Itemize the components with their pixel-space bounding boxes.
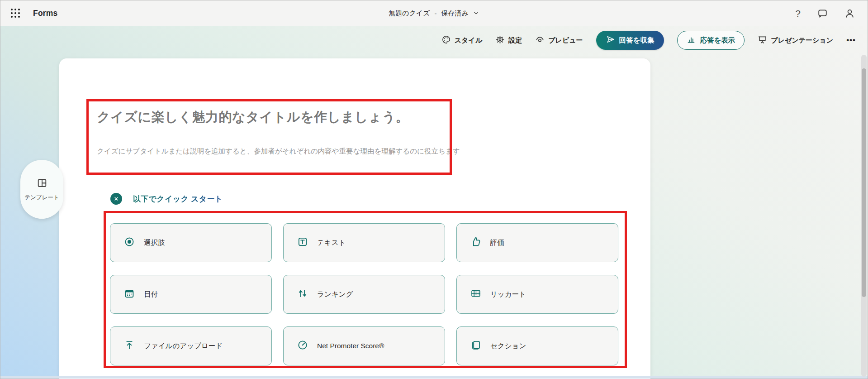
question-type-ranking[interactable]: ランキング	[283, 275, 445, 314]
question-type-text[interactable]: テキスト	[283, 223, 445, 262]
presentation-label: プレゼンテーション	[771, 36, 833, 45]
app-launcher-waffle-icon[interactable]	[10, 8, 21, 19]
ranking-arrows-icon	[297, 288, 308, 301]
template-button[interactable]: テンプレート	[20, 160, 63, 219]
template-label: テンプレート	[24, 194, 59, 201]
app-title: Forms	[33, 0, 57, 26]
question-type-choice[interactable]: 選択肢	[110, 223, 272, 262]
upload-icon	[124, 340, 135, 352]
collect-responses-label: 回答を収集	[619, 36, 655, 45]
quiz-toolbar: スタイル 設定 プレビュー	[441, 26, 856, 55]
save-status: 保存済み	[441, 9, 469, 18]
quiz-description-placeholder[interactable]: クイズにサブタイトルまたは説明を追加すると、参加者がそれぞれの内容や重要な理由を…	[97, 147, 460, 156]
quick-start-heading: 以下でクイック スタート	[133, 194, 223, 204]
more-options-button[interactable]: •••	[846, 36, 856, 45]
presentation-button[interactable]: プレゼンテーション	[758, 35, 833, 46]
projector-screen-icon	[758, 35, 767, 46]
forms-app-window: Forms 無題のクイズ - 保存済み ?	[0, 0, 868, 379]
thumbs-up-icon	[470, 236, 481, 249]
style-label: スタイル	[455, 36, 482, 45]
horizontal-scrollbar-track[interactable]	[0, 376, 868, 379]
section-icon	[470, 340, 481, 352]
question-type-nps[interactable]: Net Promoter Score®	[283, 326, 445, 365]
radio-icon	[124, 236, 135, 249]
vertical-scrollbar-track[interactable]	[861, 55, 867, 377]
question-type-date[interactable]: 日付	[110, 275, 272, 314]
chevron-down-icon	[473, 10, 479, 16]
gear-icon	[495, 35, 505, 46]
title-status-separator: -	[435, 10, 437, 17]
preview-label: プレビュー	[548, 36, 583, 45]
settings-label: 設定	[508, 36, 522, 45]
view-responses-label: 応答を表示	[700, 36, 735, 45]
question-type-section[interactable]: セクション	[456, 326, 618, 365]
topbar-right-actions: ?	[795, 0, 855, 26]
document-title: 無題のクイズ	[389, 9, 430, 18]
question-type-rating[interactable]: 評価	[456, 223, 618, 262]
close-icon[interactable]	[110, 193, 122, 205]
question-type-file-upload[interactable]: ファイルのアップロード	[110, 326, 272, 365]
text-field-icon	[297, 236, 308, 249]
eye-icon	[535, 35, 545, 46]
view-responses-button[interactable]: 応答を表示	[677, 31, 745, 50]
send-icon	[606, 35, 615, 46]
settings-button[interactable]: 設定	[495, 35, 522, 46]
likert-grid-icon	[470, 288, 481, 301]
preview-button[interactable]: プレビュー	[535, 35, 583, 46]
gauge-icon	[297, 340, 308, 352]
calendar-icon	[124, 288, 135, 301]
style-button[interactable]: スタイル	[441, 35, 482, 46]
layout-icon	[36, 177, 48, 191]
top-bar: Forms 無題のクイズ - 保存済み ?	[0, 0, 868, 26]
scrollbar-thumb[interactable]	[862, 68, 866, 297]
chat-bubble-icon[interactable]	[817, 8, 828, 19]
document-title-dropdown[interactable]: 無題のクイズ - 保存済み	[389, 0, 479, 26]
palette-icon	[441, 35, 451, 46]
collect-responses-button[interactable]: 回答を収集	[596, 31, 664, 50]
question-type-likert[interactable]: リッカート	[456, 275, 618, 314]
quick-start-header: 以下でクイック スタート	[110, 193, 223, 205]
question-type-grid: 選択肢 テキスト 評価	[110, 223, 618, 365]
help-icon[interactable]: ?	[795, 9, 801, 18]
person-icon[interactable]	[844, 8, 855, 19]
quiz-editor-card: クイズに楽しく魅力的なタイトルを作しましょう。 クイズにサブタイトルまたは説明を…	[59, 58, 650, 379]
bar-chart-icon	[687, 35, 696, 46]
quiz-title-placeholder[interactable]: クイズに楽しく魅力的なタイトルを作しましょう。	[97, 108, 409, 126]
